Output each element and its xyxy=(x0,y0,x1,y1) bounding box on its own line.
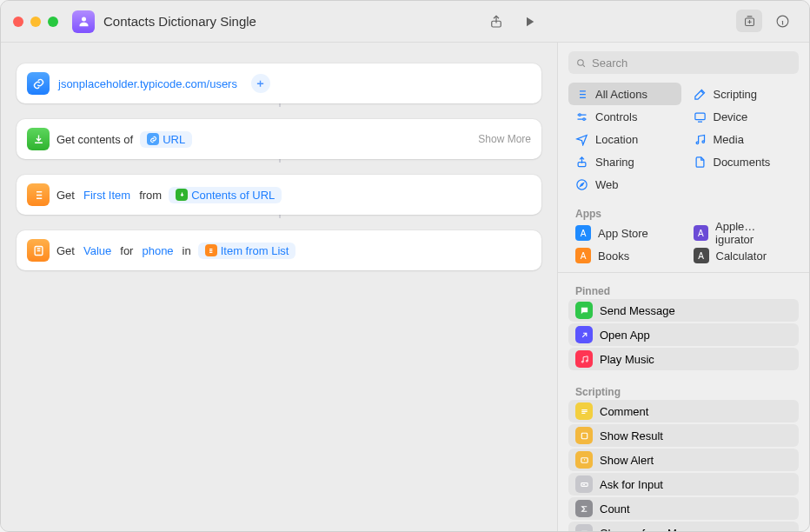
action-ask-for-input[interactable]: Ask for Input xyxy=(568,473,799,495)
list-icon xyxy=(575,88,588,101)
action-show-result[interactable]: Show Result xyxy=(568,424,799,447)
svg-point-10 xyxy=(702,140,705,143)
app-apple-igurator[interactable]: AApple…igurator xyxy=(687,222,800,244)
action-url[interactable]: jsonplaceholder.typicode.com/users ＋ xyxy=(17,63,541,103)
action-word: Get xyxy=(56,244,75,257)
pinned-header: Pinned xyxy=(558,280,809,299)
category-location[interactable]: Location xyxy=(568,128,681,150)
shortcut-icon xyxy=(72,10,95,33)
search-placeholder: Search xyxy=(592,57,627,70)
category-device[interactable]: Device xyxy=(687,105,800,128)
nav-icon xyxy=(575,133,588,146)
category-web[interactable]: Web xyxy=(568,173,681,196)
window-title: Contacts Dictionary Single xyxy=(103,14,256,29)
app-icon: A xyxy=(694,248,709,263)
alert-icon xyxy=(575,451,593,469)
app-icon: A xyxy=(575,248,591,263)
search-input[interactable]: Search xyxy=(568,51,799,74)
action-choose-from-menu[interactable]: Choose from Menu xyxy=(568,522,799,531)
maximize-button[interactable] xyxy=(48,17,58,27)
show-more-button[interactable]: Show More xyxy=(478,133,531,145)
action-count[interactable]: Count xyxy=(568,497,799,520)
apps-header: Apps xyxy=(558,203,809,222)
category-controls[interactable]: Controls xyxy=(568,105,681,128)
run-button[interactable] xyxy=(515,10,543,34)
app-app-store[interactable]: AApp Store xyxy=(568,222,681,244)
wand-icon xyxy=(694,88,707,101)
param-first-item[interactable]: First Item xyxy=(82,187,132,203)
svg-point-9 xyxy=(696,142,699,144)
svg-point-5 xyxy=(578,59,584,65)
search-icon xyxy=(575,57,587,69)
category-media[interactable]: Media xyxy=(687,128,800,150)
menu-icon xyxy=(575,524,593,531)
action-send-message[interactable]: Send Message xyxy=(568,299,799,322)
category-all-actions[interactable]: All Actions xyxy=(568,83,681,105)
action-get-first-item[interactable]: Get First Item from Contents of URL xyxy=(17,175,541,215)
info-button[interactable] xyxy=(769,10,795,32)
action-show-alert[interactable]: Show Alert xyxy=(568,449,799,471)
music-icon xyxy=(694,133,707,146)
dictionary-icon xyxy=(27,239,50,262)
link-icon xyxy=(147,133,159,145)
svg-point-13 xyxy=(581,361,583,362)
param-value[interactable]: Value xyxy=(82,243,113,259)
svg-rect-15 xyxy=(581,433,587,438)
app-books[interactable]: ABooks xyxy=(568,244,681,265)
svg-point-0 xyxy=(82,17,86,22)
doc-icon xyxy=(694,156,707,169)
param-key[interactable]: phone xyxy=(140,243,175,259)
library-toggle[interactable] xyxy=(736,10,762,32)
svg-point-7 xyxy=(583,117,586,120)
url-value[interactable]: jsonplaceholder.typicode.com/users xyxy=(56,76,239,92)
device-icon xyxy=(694,110,707,123)
scripting-header: Scripting xyxy=(558,381,809,400)
square-icon xyxy=(575,427,593,444)
action-comment[interactable]: Comment xyxy=(568,400,799,422)
list-icon xyxy=(205,244,217,256)
download-icon xyxy=(27,128,50,150)
action-label: Get contents of xyxy=(56,133,133,146)
list-icon xyxy=(27,183,50,206)
action-play-music[interactable]: Play Music xyxy=(568,348,799,370)
variable-contents-of-url[interactable]: Contents of URL xyxy=(169,187,282,203)
action-open-app[interactable]: Open App xyxy=(568,323,799,346)
svg-point-14 xyxy=(586,360,588,362)
action-get-dict-value[interactable]: Get Value for phone in Item from List xyxy=(17,230,541,270)
svg-rect-8 xyxy=(694,113,704,120)
action-word: from xyxy=(139,189,162,202)
category-scripting[interactable]: Scripting xyxy=(687,83,800,105)
add-url-button[interactable]: ＋ xyxy=(251,74,270,93)
action-library: Search All ActionsScriptingControlsDevic… xyxy=(557,43,809,531)
app-calculator[interactable]: ACalculator xyxy=(687,244,800,265)
category-documents[interactable]: Documents xyxy=(687,150,800,173)
lines-icon xyxy=(575,402,593,420)
action-word: Get xyxy=(56,189,75,202)
shortcut-editor[interactable]: jsonplaceholder.typicode.com/users ＋ Get… xyxy=(1,43,557,531)
sigma-icon xyxy=(575,500,593,517)
svg-point-12 xyxy=(577,179,587,189)
divider xyxy=(558,272,809,273)
share-button[interactable] xyxy=(482,10,510,34)
variable-url[interactable]: URL xyxy=(140,131,192,148)
window-controls[interactable] xyxy=(13,17,58,27)
action-get-contents[interactable]: Get contents of URL Show More xyxy=(17,119,541,159)
share-icon xyxy=(575,156,588,169)
safari-icon xyxy=(575,178,588,191)
close-button[interactable] xyxy=(13,17,23,27)
app-icon: A xyxy=(575,225,591,241)
variable-item-from-list[interactable]: Item from List xyxy=(198,243,296,259)
app-icon: A xyxy=(694,225,709,241)
link-icon xyxy=(27,72,50,95)
svg-point-6 xyxy=(579,113,581,116)
input-icon xyxy=(575,475,593,493)
slider-icon xyxy=(575,110,588,123)
music-icon xyxy=(575,350,593,368)
download-icon xyxy=(176,189,188,201)
open-icon xyxy=(575,326,593,343)
chat-icon xyxy=(575,302,593,319)
minimize-button[interactable] xyxy=(30,17,41,27)
action-word: for xyxy=(120,244,133,257)
category-sharing[interactable]: Sharing xyxy=(568,150,681,173)
action-word: in xyxy=(183,244,191,257)
